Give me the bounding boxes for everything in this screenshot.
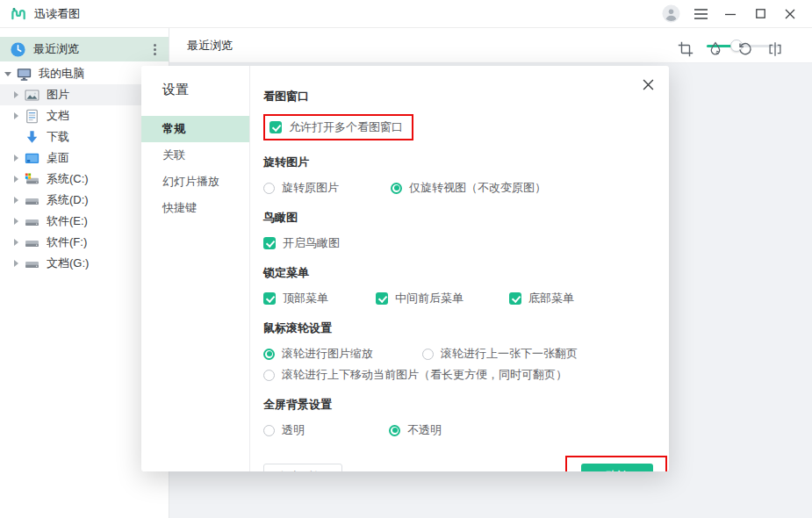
download-icon bbox=[25, 130, 40, 145]
rotate-left-icon[interactable] bbox=[737, 41, 753, 57]
chevron-right-icon[interactable] bbox=[11, 112, 21, 119]
sidebar-item-label: 文档 bbox=[47, 108, 69, 124]
app-logo-icon bbox=[11, 5, 27, 22]
wheel-page-turn-radio[interactable] bbox=[422, 349, 434, 360]
option-label: 底部菜单 bbox=[528, 291, 574, 306]
chevron-right-icon[interactable] bbox=[11, 239, 21, 246]
tab-slideshow[interactable]: 幻灯片播放 bbox=[141, 169, 249, 195]
wheel-zoom-radio[interactable] bbox=[263, 349, 275, 360]
dialog-tabs: 常规关联幻灯片播放快捷键 bbox=[141, 116, 249, 221]
option-enable-birdseye[interactable]: 开启鸟瞰图 bbox=[263, 235, 651, 251]
app-title: 迅读看图 bbox=[34, 6, 80, 22]
highlight-box-multi-window: 允许打开多个看图窗口 bbox=[263, 114, 413, 140]
confirm-button[interactable]: 确认 bbox=[581, 464, 653, 471]
option-rotate-original[interactable]: 旋转原图片 bbox=[263, 180, 391, 196]
rotate-original-radio[interactable] bbox=[263, 183, 275, 194]
wheel-scroll-radio[interactable] bbox=[263, 370, 275, 381]
maximize-icon[interactable] bbox=[745, 3, 775, 25]
image-toolbar bbox=[678, 41, 783, 57]
option-wheel-page-turn[interactable]: 滚轮进行上一张下一张翻页 bbox=[422, 346, 578, 362]
sidebar-item-label: 我的电脑 bbox=[39, 66, 84, 82]
option-label: 仅旋转视图（不改变原图） bbox=[409, 180, 546, 196]
chevron-right-icon[interactable] bbox=[11, 155, 21, 162]
section-title-rotate: 旋转图片 bbox=[263, 155, 651, 170]
sidebar-item-label: 图片 bbox=[47, 87, 69, 103]
chevron-down-icon[interactable] bbox=[3, 72, 13, 76]
sidebar-item-label: 文档(G:) bbox=[47, 255, 89, 271]
chevron-right-icon[interactable] bbox=[11, 197, 21, 204]
option-label: 不透明 bbox=[407, 422, 442, 438]
tab-shortcuts[interactable]: 快捷键 bbox=[141, 195, 249, 221]
compare-icon[interactable] bbox=[767, 41, 783, 57]
picture-icon bbox=[25, 88, 40, 103]
option-rotate-view-only[interactable]: 仅旋转视图（不改变原图） bbox=[391, 180, 546, 196]
sidebar-item-label: 最近浏览 bbox=[33, 41, 150, 57]
option-wheel-scroll[interactable]: 滚轮进行上下移动当前图片（看长更方便，同时可翻页） bbox=[263, 367, 567, 383]
sidebar-item-label: 下载 bbox=[47, 129, 69, 145]
lock-menu-options-row: 顶部菜单 中间前后菜单 底部菜单 bbox=[263, 291, 651, 306]
settings-dialog: 设置 常规关联幻灯片播放快捷键 看图窗口 允许打开多个看图窗口 旋转图片 旋转原… bbox=[141, 66, 669, 471]
section-title-lock-menu: 锁定菜单 bbox=[263, 265, 651, 281]
wheel-options-row-2: 滚轮进行上下移动当前图片（看长更方便，同时可翻页） bbox=[263, 367, 651, 383]
menu-icon[interactable] bbox=[686, 3, 715, 25]
minimize-icon[interactable] bbox=[715, 3, 745, 25]
section-title-fullscreen-bg: 全屏背景设置 bbox=[263, 397, 651, 413]
restore-defaults-button[interactable]: 恢复默认 bbox=[263, 464, 342, 472]
option-transparent[interactable]: 透明 bbox=[263, 422, 389, 438]
tab-general[interactable]: 常规 bbox=[141, 116, 249, 142]
dialog-footer: 恢复默认 确认 bbox=[263, 456, 667, 471]
more-options-icon[interactable] bbox=[150, 40, 160, 59]
sidebar-item-label: 软件(E:) bbox=[47, 213, 88, 229]
option-label: 滚轮进行图片缩放 bbox=[282, 346, 373, 362]
dialog-title: 设置 bbox=[141, 82, 249, 98]
wheel-options-row-1: 滚轮进行图片缩放 滚轮进行上一张下一张翻页 bbox=[263, 346, 651, 362]
chevron-right-icon[interactable] bbox=[11, 91, 21, 98]
drive-icon bbox=[25, 235, 40, 250]
option-label: 滚轮进行上下移动当前图片（看长更方便，同时可翻页） bbox=[282, 367, 567, 383]
opaque-radio[interactable] bbox=[389, 425, 400, 436]
sidebar-item-label: 软件(F:) bbox=[47, 234, 87, 250]
bottom-menu-checkbox[interactable] bbox=[509, 292, 521, 305]
sidebar-item-recent[interactable]: 最近浏览 bbox=[0, 37, 169, 61]
rotate-view-only-radio[interactable] bbox=[391, 183, 402, 194]
transparent-radio[interactable] bbox=[263, 425, 275, 436]
section-title-view-window: 看图窗口 bbox=[263, 89, 651, 104]
drive-windows-icon bbox=[25, 172, 40, 187]
computer-icon bbox=[17, 67, 32, 82]
option-opaque[interactable]: 不透明 bbox=[389, 422, 442, 438]
highlight-box-confirm: 确认 bbox=[565, 456, 667, 471]
sidebar-item-label: 系统(D:) bbox=[47, 192, 89, 208]
rotate-options-row: 旋转原图片 仅旋转视图（不改变原图） bbox=[263, 180, 651, 196]
option-bottom-menu[interactable]: 底部菜单 bbox=[509, 291, 574, 306]
drive-icon bbox=[25, 256, 40, 271]
titlebar: 迅读看图 bbox=[0, 0, 812, 28]
enable-birdseye-checkbox[interactable] bbox=[263, 237, 276, 249]
middle-menu-checkbox[interactable] bbox=[376, 292, 388, 305]
dialog-close-icon[interactable] bbox=[637, 74, 658, 95]
drive-icon bbox=[25, 214, 40, 229]
option-label: 顶部菜单 bbox=[283, 291, 328, 306]
sidebar-item-label: 桌面 bbox=[47, 150, 69, 166]
document-icon bbox=[25, 109, 40, 124]
chevron-right-icon[interactable] bbox=[11, 260, 21, 267]
dialog-content: 看图窗口 允许打开多个看图窗口 旋转图片 旋转原图片 仅旋转视图（不改变原图） … bbox=[250, 66, 669, 471]
user-avatar-icon[interactable] bbox=[656, 3, 686, 25]
option-top-menu[interactable]: 顶部菜单 bbox=[263, 291, 376, 306]
option-label: 允许打开多个看图窗口 bbox=[289, 119, 403, 135]
close-icon[interactable] bbox=[775, 3, 805, 25]
chevron-right-icon[interactable] bbox=[11, 218, 21, 225]
chevron-right-icon[interactable] bbox=[11, 176, 21, 183]
option-wheel-zoom[interactable]: 滚轮进行图片缩放 bbox=[263, 346, 422, 362]
sidebar-item-label: 系统(C:) bbox=[47, 171, 89, 187]
tab-association[interactable]: 关联 bbox=[141, 142, 249, 169]
crop-icon[interactable] bbox=[678, 41, 693, 57]
option-allow-multi-window[interactable]: 允许打开多个看图窗口 bbox=[269, 119, 403, 135]
dialog-tab-panel: 设置 常规关联幻灯片播放快捷键 bbox=[141, 66, 250, 471]
option-middle-menu[interactable]: 中间前后菜单 bbox=[376, 291, 509, 306]
option-label: 透明 bbox=[282, 422, 305, 438]
allow-multi-window-checkbox[interactable] bbox=[269, 121, 282, 133]
option-label: 中间前后菜单 bbox=[395, 291, 463, 306]
page-title: 最近浏览 bbox=[187, 38, 707, 54]
color-drop-icon[interactable] bbox=[708, 41, 723, 57]
top-menu-checkbox[interactable] bbox=[263, 292, 276, 305]
